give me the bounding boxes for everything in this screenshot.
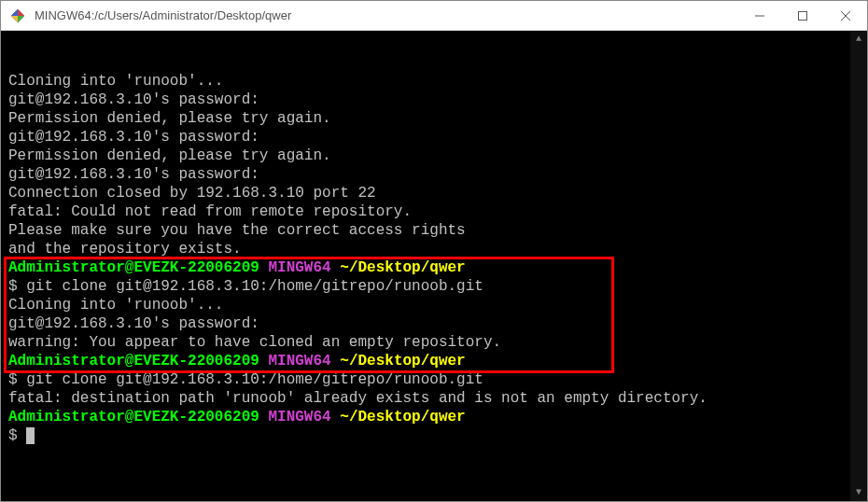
terminal-line: git@192.168.3.10's password: xyxy=(8,128,860,146)
app-icon xyxy=(8,7,27,25)
prompt-user: Administrator@EVEZK-22006209 xyxy=(8,409,259,425)
terminal-line: Administrator@EVEZK-22006209 MINGW64 ~/D… xyxy=(8,258,860,277)
window-title: MINGW64:/c/Users/Administrator/Desktop/q… xyxy=(35,8,738,22)
terminal-line: git@192.168.3.10's password: xyxy=(8,314,860,333)
prompt-user: Administrator@EVEZK-22006209 xyxy=(8,353,259,370)
close-button[interactable] xyxy=(824,1,867,31)
terminal-line: warning: You appear to have cloned an em… xyxy=(8,333,860,352)
terminal-line: $ xyxy=(8,426,860,445)
terminal-line: git@192.168.3.10's password: xyxy=(8,165,860,184)
terminal-line: and the repository exists. xyxy=(8,240,860,258)
svg-marker-4 xyxy=(11,9,18,16)
terminal-line: git@192.168.3.10's password: xyxy=(8,91,860,109)
scroll-up-icon[interactable]: ▲ xyxy=(850,31,867,48)
terminal-line: Administrator@EVEZK-22006209 MINGW64 ~/D… xyxy=(8,408,860,426)
prompt-path: ~/Desktop/qwer xyxy=(340,259,465,276)
prompt-env: MINGW64 xyxy=(268,409,330,425)
svg-marker-2 xyxy=(18,16,24,22)
terminal-line: Cloning into 'runoob'... xyxy=(8,72,860,91)
terminal-line: $ git clone git@192.168.3.10:/home/gitre… xyxy=(8,370,860,389)
terminal-line: Please make sure you have the correct ac… xyxy=(8,221,860,240)
scrollbar[interactable]: ▲ ▼ xyxy=(850,31,867,501)
svg-rect-6 xyxy=(799,11,807,20)
terminal-line: Permission denied, please try again. xyxy=(8,146,860,165)
svg-marker-3 xyxy=(11,16,18,22)
terminal-area[interactable]: Cloning into 'runoob'...git@192.168.3.10… xyxy=(1,31,867,501)
prompt-path: ~/Desktop/qwer xyxy=(340,409,465,425)
terminal-line: Cloning into 'runoob'... xyxy=(8,296,860,314)
prompt-path: ~/Desktop/qwer xyxy=(340,353,465,370)
terminal-line: Permission denied, please try again. xyxy=(8,109,860,128)
cursor xyxy=(26,427,35,444)
terminal-line: Administrator@EVEZK-22006209 MINGW64 ~/D… xyxy=(8,352,860,370)
prompt-env: MINGW64 xyxy=(268,353,330,370)
maximize-button[interactable] xyxy=(781,1,824,31)
prompt-user: Administrator@EVEZK-22006209 xyxy=(8,259,259,276)
terminal-line: Connection closed by 192.168.3.10 port 2… xyxy=(8,184,860,202)
terminal-line: $ git clone git@192.168.3.10:/home/gitre… xyxy=(8,277,860,296)
titlebar: MINGW64:/c/Users/Administrator/Desktop/q… xyxy=(1,1,867,31)
terminal-line: fatal: Could not read from remote reposi… xyxy=(8,202,860,221)
window-controls xyxy=(738,1,867,31)
minimize-button[interactable] xyxy=(738,1,781,31)
prompt-env: MINGW64 xyxy=(268,259,330,276)
terminal-line: fatal: destination path 'runoob' already… xyxy=(8,389,860,408)
scroll-down-icon[interactable]: ▼ xyxy=(850,484,867,501)
